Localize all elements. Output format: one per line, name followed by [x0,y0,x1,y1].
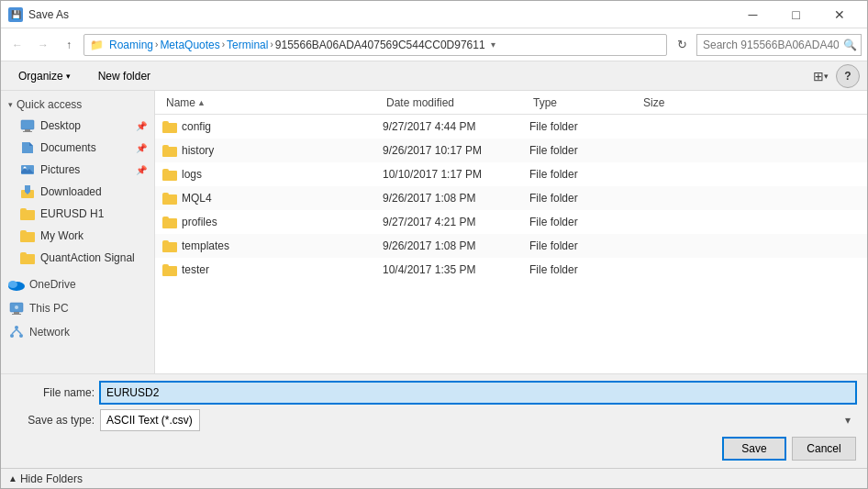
network-icon [8,324,25,340]
sidebar-item-this-pc[interactable]: This PC [1,296,154,320]
close-button[interactable]: ✕ [818,1,860,28]
filename-input[interactable] [100,382,856,404]
table-row[interactable]: MQL4 9/26/2017 1:08 PM File folder [155,186,867,210]
file-row-date: 9/27/2017 4:44 PM [383,120,529,133]
sidebar-item-downloaded[interactable]: Downloaded [1,181,154,203]
minimize-button[interactable]: ─ [732,1,773,28]
sidebar-item-documents[interactable]: Documents 📌 [1,137,154,159]
table-row[interactable]: templates 9/26/2017 1:08 PM File folder [155,234,867,258]
title-bar: 💾 Save As ─ □ ✕ [1,1,867,28]
col-header-size[interactable]: Size [640,96,713,109]
table-row[interactable]: logs 10/10/2017 1:17 PM File folder [155,162,867,186]
table-row[interactable]: config 9/27/2017 4:44 PM File folder [155,115,867,139]
file-row-type: File folder [529,168,640,181]
documents-icon [19,139,36,156]
cancel-button[interactable]: Cancel [792,437,856,461]
back-button[interactable]: ← [6,34,28,56]
svg-rect-10 [12,314,21,315]
svg-point-12 [15,326,18,329]
bottom-form: File name: Save as type: ASCII Text (*.c… [1,373,867,468]
sidebar-item-network[interactable]: Network [1,320,154,344]
view-button[interactable]: ⊞ ▾ [808,64,832,88]
folder-icon [162,191,177,206]
file-row-date: 9/27/2017 4:21 PM [383,216,529,228]
window-icon: 💾 [8,7,23,22]
file-row-type: File folder [529,144,640,157]
refresh-button[interactable]: ↻ [671,34,693,56]
file-row-type: File folder [529,239,640,252]
hide-folders-label: Hide Folders [20,472,83,485]
network-label: Network [29,326,70,339]
desktop-icon [19,117,36,134]
eurusd-label: EURUSD H1 [40,207,104,220]
view-dropdown-icon: ▾ [824,72,829,81]
file-area: Name ▲ Date modified Type Size [155,91,867,373]
sidebar-section-quick-access[interactable]: ▾ Quick access [1,94,154,115]
title-controls: ─ □ ✕ [732,1,860,28]
help-icon: ? [844,70,851,83]
sidebar-quick-access-label: Quick access [17,98,82,111]
hide-folders-button[interactable]: ▲ Hide Folders [8,472,83,485]
forward-button[interactable]: → [32,34,54,56]
file-row-name: templates [162,239,383,253]
col-header-date[interactable]: Date modified [383,96,529,109]
organize-chevron-icon: ▾ [66,72,71,81]
file-row-date: 9/26/2017 10:17 PM [383,144,529,157]
table-row[interactable]: profiles 9/27/2017 4:21 PM File folder [155,210,867,234]
organize-label: Organize [18,70,63,83]
col-header-type[interactable]: Type [529,96,640,109]
file-row-name: profiles [162,215,383,229]
folder-icon [162,239,177,253]
address-bar: ← → ↑ 📁 Roaming › MetaQuotes › Terminal … [1,28,867,61]
breadcrumb-metaquotes[interactable]: MetaQuotes [160,39,219,51]
search-container: 🔍 [696,34,862,56]
sidebar-item-my-work[interactable]: My Work [1,225,154,247]
help-button[interactable]: ? [836,64,860,88]
footer: ▲ Hide Folders [1,468,867,488]
sidebar-item-quantaction[interactable]: QuantAction Signal [1,247,154,269]
downloaded-icon [19,183,36,200]
maximize-button[interactable]: □ [775,1,817,28]
svg-rect-0 [21,120,34,129]
breadcrumb-roaming[interactable]: Roaming [109,39,153,51]
sidebar-item-desktop[interactable]: Desktop 📌 [1,115,154,137]
onedrive-label: OneDrive [29,278,76,291]
title-bar-left: 💾 Save As [8,7,69,22]
svg-point-7 [8,281,17,288]
sidebar-item-eurusd[interactable]: EURUSD H1 [1,203,154,225]
table-row[interactable]: tester 10/4/2017 1:35 PM File folder [155,258,867,282]
search-input[interactable] [696,34,862,56]
breadcrumb[interactable]: 📁 Roaming › MetaQuotes › Terminal › 9155… [83,34,667,56]
save-button[interactable]: Save [722,437,786,461]
folder-icon [162,143,177,158]
quick-access-chevron-icon: ▾ [8,100,13,109]
file-row-name: tester [162,262,383,277]
organize-button[interactable]: Organize ▾ [8,64,81,88]
toolbar-right: ⊞ ▾ ? [808,64,860,88]
filetype-label: Save as type: [12,414,95,427]
breadcrumb-terminal[interactable]: Terminal [227,39,268,51]
file-row-name: history [162,143,383,158]
breadcrumb-dropdown-icon[interactable]: ▾ [491,39,495,50]
col-header-name[interactable]: Name ▲ [162,96,383,109]
quantaction-label: QuantAction Signal [40,251,135,264]
filetype-row: Save as type: ASCII Text (*.csv) [12,409,856,431]
sidebar-item-pictures[interactable]: Pictures 📌 [1,159,154,181]
file-row-type: File folder [529,216,640,228]
desktop-pin-icon: 📌 [136,121,147,131]
new-folder-button[interactable]: New folder [88,64,161,88]
up-button[interactable]: ↑ [58,34,80,56]
toolbar: Organize ▾ New folder ⊞ ▾ ? [1,61,867,91]
file-row-date: 9/26/2017 1:08 PM [383,239,529,252]
file-row-type: File folder [529,120,640,133]
save-as-dialog: 💾 Save As ─ □ ✕ ← → ↑ 📁 Roaming › MetaQu… [0,0,868,489]
file-row-type: File folder [529,192,640,205]
table-row[interactable]: history 9/26/2017 10:17 PM File folder [155,139,867,162]
svg-point-14 [19,334,23,338]
breadcrumb-folder-icon: 📁 [90,39,104,51]
quantaction-folder-icon [19,250,36,266]
pictures-pin-icon: 📌 [136,165,147,175]
filetype-select[interactable]: ASCII Text (*.csv) [100,409,200,431]
sidebar-item-onedrive[interactable]: OneDrive [1,272,154,296]
filetype-select-wrap: ASCII Text (*.csv) [100,409,856,431]
